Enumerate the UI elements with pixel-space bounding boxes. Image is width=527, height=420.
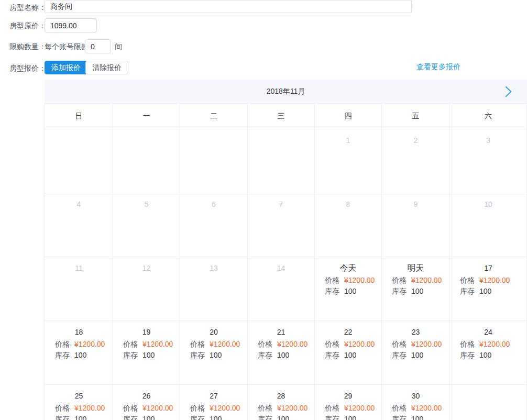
price-row: 价格¥1200.00	[55, 403, 113, 414]
price-row: 价格¥1200.00	[55, 339, 113, 350]
day-label: 25	[45, 390, 113, 402]
stock-row: 库存100	[392, 286, 449, 297]
day-label: 明天	[382, 262, 449, 274]
stock-row: 库存100	[325, 350, 381, 361]
day-label: 26	[113, 390, 180, 402]
room-name-input[interactable]	[45, 0, 412, 13]
day-label: 28	[248, 390, 314, 402]
calendar-day-cell[interactable]: 28价格¥1200.00库存100	[248, 385, 315, 420]
calendar-day-cell[interactable]: 25价格¥1200.00库存100	[45, 385, 113, 420]
calendar-day-cell[interactable]: 20价格¥1200.00库存100	[180, 321, 248, 385]
stock-row: 库存100	[123, 350, 180, 361]
calendar-body: 1234567891011121314今天价格¥1200.00库存100明天价格…	[45, 129, 527, 420]
calendar-day-cell[interactable]: 今天价格¥1200.00库存100	[315, 257, 382, 321]
price-row: 价格¥1200.00	[123, 339, 180, 350]
room-price-input[interactable]	[45, 18, 97, 32]
calendar-day-cell[interactable]: 30价格¥1200.00库存100	[382, 385, 450, 420]
stock-row: 库存100	[123, 414, 180, 420]
room-name-label: 房型名称：	[9, 3, 46, 13]
purchase-limit-prefix: 每个账号限购	[45, 42, 89, 52]
calendar-week-row: 18价格¥1200.00库存10019价格¥1200.00库存10020价格¥1…	[45, 321, 527, 385]
calendar-week-row: 123	[45, 129, 527, 193]
stock-row: 库存100	[325, 286, 381, 297]
weekday-header: 一	[113, 104, 180, 129]
calendar-day-cell[interactable]: 18价格¥1200.00库存100	[45, 321, 113, 385]
day-label: 17	[450, 262, 526, 274]
day-label: 20	[180, 326, 247, 338]
day-label: 24	[450, 326, 526, 338]
calendar-day-cell: 7	[248, 193, 315, 257]
price-row: 价格¥1200.00	[123, 403, 180, 414]
stock-row: 库存100	[325, 414, 381, 420]
price-row: 价格¥1200.00	[392, 339, 449, 350]
room-quote-label: 房型报价：	[9, 64, 46, 73]
day-label: 22	[315, 326, 381, 338]
weekday-header: 三	[248, 104, 315, 129]
day-label: 11	[45, 262, 113, 274]
calendar-day-cell: 3	[450, 129, 527, 193]
calendar-table: 日一二三四五六 1234567891011121314今天价格¥1200.00库…	[45, 103, 527, 420]
day-label: 2	[382, 135, 449, 146]
stock-row: 库存100	[258, 350, 314, 361]
calendar-header: 2018年11月	[45, 80, 527, 103]
calendar-day-cell: 9	[382, 193, 450, 257]
next-month-button[interactable]	[505, 80, 512, 103]
calendar-month-title: 2018年11月	[267, 87, 305, 95]
stock-row: 库存100	[392, 414, 449, 420]
weekday-header: 五	[382, 104, 450, 129]
calendar-day-cell: 2	[382, 129, 450, 193]
view-more-quotes-link[interactable]: 查看更多报价	[416, 62, 460, 72]
price-row: 价格¥1200.00	[325, 339, 381, 350]
calendar-day-cell[interactable]: 23价格¥1200.00库存100	[382, 321, 450, 385]
price-calendar: 2018年11月 日一二三四五六 1234567891011121314今天价格…	[45, 80, 527, 420]
calendar-day-cell[interactable]: 明天价格¥1200.00库存100	[382, 257, 450, 321]
price-row: 价格¥1200.00	[460, 275, 526, 286]
stock-row: 库存100	[392, 350, 449, 361]
calendar-day-cell: 6	[180, 193, 248, 257]
purchase-limit-input[interactable]	[85, 39, 111, 53]
calendar-day-cell[interactable]: 27价格¥1200.00库存100	[180, 385, 248, 420]
weekday-header: 六	[450, 104, 527, 129]
clear-quote-button[interactable]: 清除报价	[85, 61, 128, 74]
day-label: 10	[450, 198, 526, 210]
calendar-day-cell[interactable]: 22价格¥1200.00库存100	[315, 321, 382, 385]
purchase-limit-suffix: 间	[115, 42, 122, 52]
calendar-day-cell: 5	[113, 193, 180, 257]
day-label: 3	[450, 135, 526, 146]
day-label: 5	[113, 198, 180, 210]
calendar-week-row: 11121314今天价格¥1200.00库存100明天价格¥1200.00库存1…	[45, 257, 527, 321]
calendar-weekday-row: 日一二三四五六	[45, 104, 527, 129]
day-label: 1	[315, 135, 381, 146]
calendar-day-cell: 11	[45, 257, 113, 321]
calendar-day-cell[interactable]: 17价格¥1200.00库存100	[450, 257, 527, 321]
day-label: 4	[45, 198, 113, 210]
day-label: 今天	[315, 262, 381, 274]
stock-row: 库存100	[258, 414, 314, 420]
weekday-header: 四	[315, 104, 382, 129]
calendar-day-cell[interactable]: 26价格¥1200.00库存100	[113, 385, 180, 420]
calendar-day-cell: 1	[315, 129, 382, 193]
price-row: 价格¥1200.00	[325, 275, 381, 286]
weekday-header: 日	[45, 104, 113, 129]
day-label: 21	[248, 326, 314, 338]
room-quote-page: 房型名称： 房型原价： 限购数量： 每个账号限购 间 房型报价： 添加报价 清除…	[0, 0, 527, 420]
stock-row: 库存100	[460, 286, 526, 297]
price-row: 价格¥1200.00	[190, 403, 247, 414]
day-label: 23	[382, 326, 449, 338]
calendar-day-cell[interactable]: 21价格¥1200.00库存100	[248, 321, 315, 385]
calendar-day-cell[interactable]: 29价格¥1200.00库存100	[315, 385, 382, 420]
calendar-day-cell	[45, 129, 113, 193]
day-label: 29	[315, 390, 381, 402]
calendar-day-cell	[113, 129, 180, 193]
calendar-day-cell[interactable]: 24价格¥1200.00库存100	[450, 321, 527, 385]
stock-row: 库存100	[55, 350, 113, 361]
calendar-day-cell[interactable]: 19价格¥1200.00库存100	[113, 321, 180, 385]
calendar-day-cell: 14	[248, 257, 315, 321]
room-price-label: 房型原价：	[9, 21, 46, 31]
add-quote-button[interactable]: 添加报价	[45, 61, 87, 74]
day-label: 9	[382, 198, 449, 210]
day-label: 30	[382, 390, 449, 402]
chevron-right-icon	[505, 86, 512, 97]
price-row: 价格¥1200.00	[460, 339, 526, 350]
price-row: 价格¥1200.00	[392, 275, 449, 286]
